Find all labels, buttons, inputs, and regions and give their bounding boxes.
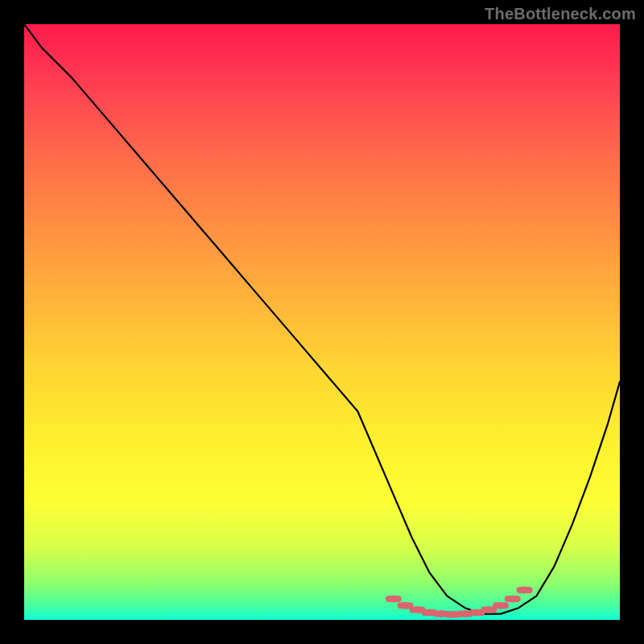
highlight-dot — [426, 609, 433, 617]
highlight-dot — [473, 609, 481, 617]
bottleneck-curve-path — [24, 24, 620, 614]
highlight-dot — [485, 606, 493, 613]
curve-svg — [24, 24, 620, 620]
highlight-dot — [449, 611, 456, 618]
highlight-dot — [414, 606, 421, 613]
highlight-valley-group — [389, 587, 530, 618]
highlight-dot — [521, 587, 528, 594]
highlight-dot — [461, 610, 469, 617]
plot-area — [24, 24, 620, 620]
highlight-dot — [509, 596, 516, 603]
chart-stage: TheBottleneck.com — [0, 0, 644, 644]
highlight-dot — [402, 602, 409, 609]
watermark-text: TheBottleneck.com — [485, 5, 636, 23]
highlight-dot — [497, 602, 505, 609]
highlight-dot — [390, 596, 397, 603]
highlight-dot — [438, 610, 445, 617]
